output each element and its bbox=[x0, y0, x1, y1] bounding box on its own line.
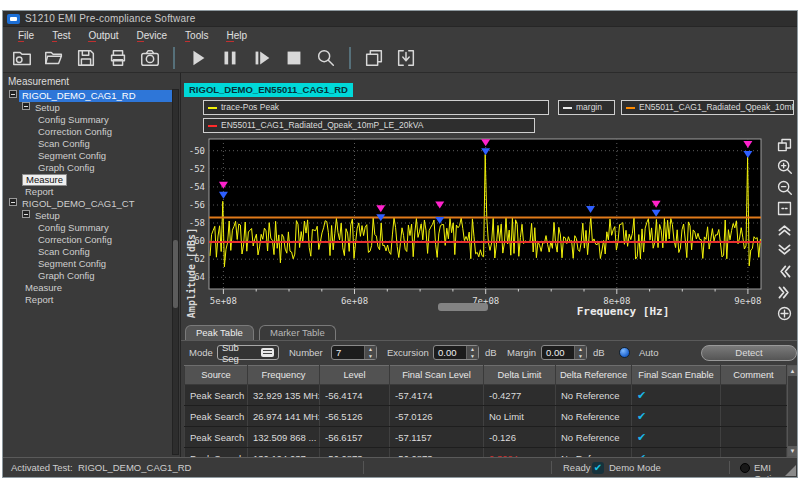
svg-text:-60: -60 bbox=[189, 236, 205, 246]
print-icon[interactable] bbox=[105, 46, 131, 70]
window-icon[interactable] bbox=[361, 46, 387, 70]
enable-check-icon[interactable]: ✔ bbox=[637, 431, 646, 443]
legend-limit-gt[interactable]: EN55011_CAG1_Radiated_Qpeak_10mP_GT_20kV… bbox=[621, 100, 794, 115]
import-icon[interactable] bbox=[393, 46, 419, 70]
demo-mode-check-icon[interactable]: ✔ bbox=[592, 462, 604, 474]
column-header-frequency[interactable]: Frequency bbox=[248, 366, 320, 385]
scroll-down-icon[interactable]: ▼ bbox=[788, 446, 797, 456]
chart-canvas[interactable]: 5e+086e+087e+088e+089e+08-50-52-54-56-58… bbox=[183, 133, 775, 321]
detect-button[interactable]: Detect bbox=[701, 345, 797, 361]
menu-file[interactable]: File bbox=[9, 29, 43, 42]
open-icon[interactable] bbox=[41, 46, 67, 70]
collapse-icon[interactable] bbox=[9, 198, 17, 206]
cell-final_scan_enable[interactable]: ✔ bbox=[632, 385, 721, 406]
auto-indicator[interactable] bbox=[619, 347, 630, 358]
table-scrollbar[interactable]: ▲ ▼ bbox=[787, 365, 798, 457]
spin-down-icon[interactable]: ▼ bbox=[467, 353, 478, 360]
stop-icon[interactable] bbox=[281, 46, 307, 70]
scroll-up-icon[interactable]: ▲ bbox=[788, 366, 797, 376]
chevrons-down-icon[interactable] bbox=[775, 240, 795, 260]
legend-trace-pos-peak[interactable]: trace-Pos Peak bbox=[203, 100, 549, 115]
enable-check-icon[interactable]: ✔ bbox=[637, 389, 646, 401]
tree-item-config-summary[interactable]: Config Summary bbox=[3, 222, 180, 234]
screenshot-icon[interactable] bbox=[137, 46, 163, 70]
tree-item-scan-config[interactable]: Scan Config bbox=[3, 138, 180, 150]
save-icon[interactable] bbox=[73, 46, 99, 70]
status-bar: Activated Test: RIGOL_DEMO_CAG1_RD Ready… bbox=[3, 457, 797, 477]
tree-item-correction-config[interactable]: Correction Config bbox=[3, 126, 180, 138]
column-header-level[interactable]: Level bbox=[320, 366, 390, 385]
run-icon[interactable] bbox=[185, 46, 211, 70]
margin-spinner[interactable]: 0.00 ▲▼ bbox=[541, 345, 587, 360]
tab-marker-table[interactable]: Marker Table bbox=[259, 325, 336, 340]
column-header-final-scan-enable[interactable]: Final Scan Enable bbox=[632, 366, 721, 385]
peak-table: SourceFrequencyLevelFinal Scan LevelDelt… bbox=[184, 365, 787, 469]
column-header-comment[interactable]: Comment bbox=[721, 366, 787, 385]
tree-scrollbar[interactable] bbox=[172, 89, 179, 455]
tree-item-setup[interactable]: Setup bbox=[3, 102, 180, 114]
cell-source: Peak Search bbox=[185, 406, 248, 427]
single-step-icon[interactable] bbox=[249, 46, 275, 70]
spin-down-icon[interactable]: ▼ bbox=[575, 353, 586, 360]
number-spin-buttons[interactable]: ▲▼ bbox=[364, 346, 376, 359]
excursion-spinner[interactable]: 0.00 ▲▼ bbox=[433, 345, 479, 360]
legend-margin[interactable]: margin bbox=[558, 100, 615, 115]
number-spinner[interactable]: 7 ▲▼ bbox=[331, 345, 377, 360]
cell-final_scan_enable[interactable]: ✔ bbox=[632, 427, 721, 448]
resize-grip[interactable] bbox=[785, 465, 796, 476]
chart-tab[interactable]: RIGOL_DEMO_EN55011_CAG1_RD bbox=[184, 83, 353, 97]
cell-comment bbox=[721, 406, 787, 427]
tree-item-segment-config[interactable]: Segment Config bbox=[3, 258, 180, 270]
tree-item-measure[interactable]: Measure bbox=[3, 174, 180, 186]
tree-item-correction-config[interactable]: Correction Config bbox=[3, 234, 180, 246]
chevrons-up-icon[interactable] bbox=[775, 219, 795, 239]
zoom-in-icon[interactable] bbox=[775, 156, 795, 176]
tree-item-report[interactable]: Report bbox=[3, 186, 180, 198]
copy-icon[interactable] bbox=[775, 135, 795, 155]
column-header-delta-reference[interactable]: Delta Reference bbox=[556, 366, 632, 385]
column-header-final-scan-level[interactable]: Final Scan Level bbox=[390, 366, 484, 385]
mode-dropdown[interactable]: Sub Seg bbox=[217, 345, 279, 360]
menu-test[interactable]: Test bbox=[43, 29, 79, 42]
collapse-icon[interactable] bbox=[22, 102, 30, 110]
tree-item-report[interactable]: Report bbox=[3, 294, 180, 306]
tree-item-graph-config[interactable]: Graph Config bbox=[3, 162, 180, 174]
new-measurement-icon[interactable] bbox=[9, 46, 35, 70]
tree-item-segment-config[interactable]: Segment Config bbox=[3, 150, 180, 162]
menu-tools[interactable]: Tools bbox=[176, 29, 217, 42]
tree-item-rigol-demo-cag1-ct[interactable]: RIGOL_DEMO_CAG1_CT bbox=[3, 198, 180, 210]
center-marker-icon[interactable] bbox=[775, 303, 795, 323]
enable-check-icon[interactable]: ✔ bbox=[637, 410, 646, 422]
chevrons-left-icon[interactable] bbox=[775, 261, 795, 281]
table-row[interactable]: Peak Search26.974 141 MHz-56.5126-57.012… bbox=[185, 406, 787, 427]
cell-level: -56.6157 bbox=[320, 427, 390, 448]
tree-item-setup[interactable]: Setup bbox=[3, 210, 180, 222]
table-row[interactable]: Peak Search132.509 868 ...-56.6157-57.11… bbox=[185, 427, 787, 448]
spectrum-chart[interactable]: Amplitude [dBs] 5e+086e+087e+088e+089e+0… bbox=[181, 129, 773, 341]
zoom-search-icon[interactable] bbox=[313, 46, 339, 70]
spin-down-icon[interactable]: ▼ bbox=[365, 353, 376, 360]
zoom-out-icon[interactable] bbox=[775, 177, 795, 197]
tree-item-config-summary[interactable]: Config Summary bbox=[3, 114, 180, 126]
menu-help[interactable]: Help bbox=[217, 29, 256, 42]
tree-scrollbar-thumb[interactable] bbox=[173, 240, 178, 308]
column-header-delta-limit[interactable]: Delta Limit bbox=[484, 366, 556, 385]
chevrons-right-icon[interactable] bbox=[775, 282, 795, 302]
limit-gt-dash-icon bbox=[626, 107, 635, 109]
table-row[interactable]: Peak Search32.929 135 MHz-56.4174-57.417… bbox=[185, 385, 787, 406]
menu-device[interactable]: Device bbox=[128, 29, 177, 42]
margin-spin-buttons[interactable]: ▲▼ bbox=[574, 346, 586, 359]
tree-item-measure[interactable]: Measure bbox=[3, 282, 180, 294]
tree-item-graph-config[interactable]: Graph Config bbox=[3, 270, 180, 282]
excursion-spin-buttons[interactable]: ▲▼ bbox=[466, 346, 478, 359]
tab-peak-table[interactable]: Peak Table bbox=[185, 325, 254, 340]
cell-final_scan_enable[interactable]: ✔ bbox=[632, 406, 721, 427]
collapse-icon[interactable] bbox=[22, 210, 30, 218]
menu-output[interactable]: Output bbox=[79, 29, 127, 42]
pause-icon[interactable] bbox=[217, 46, 243, 70]
fit-icon[interactable] bbox=[775, 198, 795, 218]
collapse-icon[interactable] bbox=[9, 90, 17, 98]
column-header-source[interactable]: Source bbox=[185, 366, 248, 385]
tree-item-rigol-demo-cag1-rd[interactable]: RIGOL_DEMO_CAG1_RD bbox=[3, 90, 180, 102]
tree-item-scan-config[interactable]: Scan Config bbox=[3, 246, 180, 258]
